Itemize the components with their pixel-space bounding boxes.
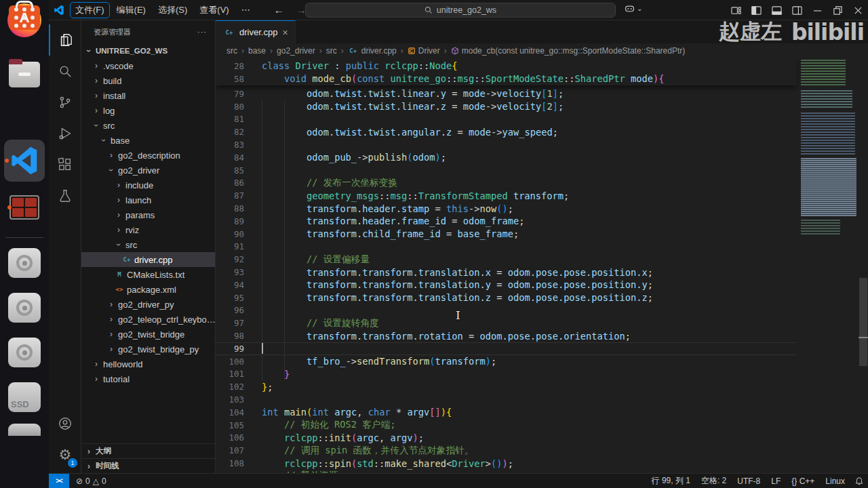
vertical-scrollbar[interactable]: [859, 58, 868, 473]
line-number[interactable]: 92: [216, 254, 244, 264]
code-line-106[interactable]: 106 rclcpp::init(argc, argv);: [216, 432, 797, 445]
line-number[interactable]: 91: [216, 241, 244, 251]
line-number[interactable]: 83: [216, 140, 244, 150]
menu-more[interactable]: ⋯: [236, 3, 256, 17]
code-line-79[interactable]: 79 odom.twist.twist.linear.y = mode->vel…: [216, 87, 797, 100]
tree-item-helloworld[interactable]: ›helloworld: [81, 357, 215, 371]
line-number[interactable]: 104: [216, 407, 244, 418]
code-line-86[interactable]: 86 // 发布一次坐标变换: [216, 177, 797, 190]
dock-item-ssd[interactable]: SSD: [7, 380, 42, 415]
notifications-bell-icon[interactable]: [850, 476, 868, 486]
code-line-81[interactable]: 81: [216, 113, 797, 126]
line-number[interactable]: 97: [216, 318, 244, 328]
status-item[interactable]: Linux: [820, 476, 850, 486]
line-number[interactable]: 108: [216, 458, 244, 468]
tree-item-UNITREE_GO2_WS[interactable]: ›UNITREE_GO2_WS: [81, 43, 215, 58]
tree-item-go2_description[interactable]: ›go2_description: [81, 148, 215, 163]
scrollbar-slider[interactable]: [859, 278, 867, 366]
code-line-85[interactable]: 85: [216, 164, 797, 177]
dock-item-drive[interactable]: [7, 424, 42, 436]
tree-item-src[interactable]: ›src: [81, 237, 215, 252]
code-line-98[interactable]: 98 transform.transform.rotation = odom.p…: [216, 329, 797, 342]
code-line-103[interactable]: 103: [216, 393, 797, 406]
menu-查看(V)[interactable]: 查看(V): [194, 2, 234, 18]
tree-item-include[interactable]: ›include: [81, 178, 215, 192]
code-line-80[interactable]: 80 odom.twist.twist.linear.z = mode->vel…: [216, 100, 797, 113]
menu-选择(S)[interactable]: 选择(S): [153, 2, 193, 18]
tree-item-tutorial[interactable]: ›tutorial: [81, 371, 215, 386]
code-line-28[interactable]: 28class Driver : public rclcpp::Node{: [216, 60, 797, 73]
extensions-icon[interactable]: [49, 149, 81, 180]
line-number[interactable]: 85: [216, 165, 244, 176]
tree-item-go2_driver[interactable]: ›go2_driver: [81, 163, 215, 178]
tab-driver-cpp[interactable]: C+ driver.cpp ×: [216, 20, 296, 43]
code-line-58[interactable]: 58 void mode_cb(const unitree_go::msg::S…: [216, 73, 797, 85]
line-number[interactable]: 94: [216, 280, 244, 290]
tab-close-icon[interactable]: ×: [282, 27, 288, 38]
menu-文件(F)[interactable]: 文件(F): [70, 2, 110, 18]
tree-item-package.xml[interactable]: <>package.xml: [81, 282, 215, 297]
line-number[interactable]: 28: [216, 61, 244, 71]
line-number[interactable]: 99: [216, 344, 244, 354]
source-control-icon[interactable]: [49, 87, 81, 118]
code-line-93[interactable]: 93 transform.transform.translation.x = o…: [216, 266, 797, 279]
code-line-88[interactable]: 88 transform.header.stamp = this->now();: [216, 202, 797, 215]
line-number[interactable]: 89: [216, 216, 244, 226]
line-number[interactable]: 109: [216, 471, 244, 473]
code-line-99[interactable]: 99: [216, 342, 797, 355]
code-line-83[interactable]: 83: [216, 138, 797, 151]
dock-item-app-grid[interactable]: [7, 0, 42, 35]
code-line-108[interactable]: 108 rclcpp::spin(std::make_shared<Driver…: [216, 457, 797, 470]
dock-item-disk-1[interactable]: [7, 245, 42, 281]
tree-item-base[interactable]: ›base: [81, 133, 215, 148]
tree-item-src[interactable]: ›src: [81, 118, 215, 133]
tree-item-CMakeLists.txt[interactable]: MCMakeLists.txt: [81, 267, 215, 282]
line-number[interactable]: 102: [216, 382, 244, 392]
line-number[interactable]: 81: [216, 114, 244, 124]
tree-item-driver.cpp[interactable]: C+driver.cpp: [81, 252, 215, 267]
code-line-96[interactable]: 96: [216, 304, 797, 317]
tree-item-build[interactable]: ›build: [81, 73, 215, 88]
breadcrumb-item[interactable]: src: [326, 46, 337, 56]
line-number[interactable]: 80: [216, 102, 244, 112]
code-editor[interactable]: 79 odom.twist.twist.linear.y = mode->vel…: [216, 58, 868, 473]
line-number[interactable]: 101: [216, 369, 244, 379]
code-line-95[interactable]: 95 transform.transform.translation.z = o…: [216, 291, 797, 304]
minimap[interactable]: [797, 60, 856, 237]
line-number[interactable]: 86: [216, 178, 244, 188]
line-number[interactable]: 103: [216, 394, 244, 405]
tree-item-go2_twist_bridge[interactable]: ›go2_twist_bridge: [81, 327, 215, 342]
code-line-90[interactable]: 90 transform.child_frame_id = base_frame…: [216, 228, 797, 241]
breadcrumb-item[interactable]: mode_cb(const unitree_go::msg::SportMode…: [451, 46, 686, 56]
tree-item-launch[interactable]: ›launch: [81, 192, 215, 207]
panel-时间线[interactable]: ›时间线: [81, 458, 215, 473]
line-number[interactable]: 84: [216, 152, 244, 163]
line-number[interactable]: 96: [216, 305, 244, 315]
search-icon[interactable]: [49, 56, 81, 87]
code-line-97[interactable]: 97 // 设置旋转角度: [216, 317, 797, 329]
account-icon[interactable]: [49, 408, 81, 439]
explorer-icon[interactable]: [49, 24, 81, 56]
tree-item-go2_twist_bridge_py[interactable]: ›go2_twist_bridge_py: [81, 342, 215, 357]
tree-item-rviz[interactable]: ›rviz: [81, 222, 215, 237]
dock-item-disk-3[interactable]: [7, 335, 42, 370]
breadcrumb-item[interactable]: go2_driver: [277, 46, 315, 56]
line-number[interactable]: 95: [216, 293, 244, 303]
remote-indicator[interactable]: ><: [49, 474, 69, 488]
testing-icon[interactable]: [49, 180, 81, 211]
sidebar-more-actions[interactable]: ···: [197, 28, 207, 36]
dock-item-vscode[interactable]: [4, 140, 45, 182]
code-line-101[interactable]: 101 }: [216, 368, 797, 381]
line-number[interactable]: 87: [216, 190, 244, 201]
breadcrumb-item[interactable]: Driver: [408, 46, 440, 56]
tree-item-log[interactable]: ›log: [81, 103, 215, 118]
problems-status[interactable]: ⊘ 0 △ 0: [76, 476, 106, 486]
command-center-search[interactable]: unitree_go2_ws: [305, 3, 616, 18]
status-item[interactable]: {} C++: [786, 476, 820, 486]
line-number[interactable]: 82: [216, 127, 244, 137]
breadcrumb-item[interactable]: C+driver.cpp: [348, 46, 397, 56]
line-number[interactable]: 93: [216, 267, 244, 277]
code-line-89[interactable]: 89 transform.header.frame_id = odom_fram…: [216, 215, 797, 228]
code-line-87[interactable]: 87 geometry_msgs::msg::TransformStamped …: [216, 189, 797, 202]
code-line-100[interactable]: 100 tf_bro_->sendTransform(transform);: [216, 355, 797, 368]
